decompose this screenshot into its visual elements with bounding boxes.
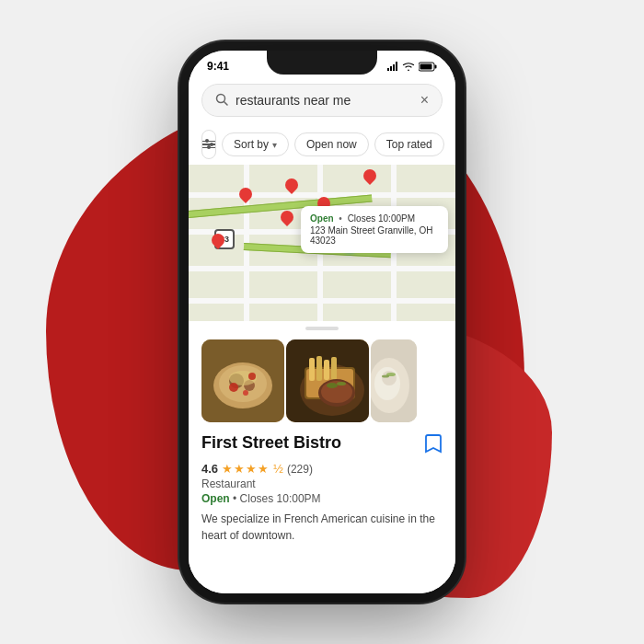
svg-rect-5 [435,64,437,68]
svg-point-15 [229,383,238,392]
tooltip-open-label: Open [310,213,334,224]
signal-icon [387,62,398,71]
map-pin-5[interactable] [212,234,224,250]
wifi-icon [402,62,415,71]
bookmark-button[interactable] [424,433,443,458]
svg-rect-3 [396,62,397,71]
svg-line-8 [224,101,228,105]
map-area[interactable]: 33 [189,165,455,321]
sort-by-arrow: ▾ [272,140,277,150]
restaurant-name: First Street Bistro [201,433,341,453]
map-pin-head-2 [282,176,301,194]
rating-number: 4.6 [201,462,218,476]
battery-icon [419,62,437,72]
svg-rect-22 [309,358,315,381]
search-input-row[interactable]: restaurants near me × [201,84,443,117]
svg-rect-23 [316,356,322,381]
svg-rect-0 [387,68,389,71]
status-icons [387,62,437,72]
restaurant-description: We specialize in French American cuisine… [201,511,443,544]
restaurant-category: Restaurant [201,477,443,490]
phone-content: restaurants near me × Sort by ▾ [189,76,455,593]
search-bar-container: restaurants near me × [189,76,455,124]
top-rated-label: Top rated [386,138,432,151]
status-time: 9:41 [207,60,229,73]
svg-rect-25 [331,357,337,380]
svg-point-29 [337,382,346,385]
slider-line-1 [202,141,215,143]
phone-wrapper: 9:41 [189,51,455,593]
slider-line-3 [202,147,215,149]
svg-rect-1 [390,66,392,71]
close-detail: • Closes 10:00PM [233,492,321,505]
svg-point-35 [382,375,389,378]
svg-rect-24 [324,360,329,380]
open-text: Open [201,492,230,505]
map-pin-head-5 [209,231,227,249]
restaurant-info: First Street Bistro 4.6 ★★★★ ½ (229) [189,430,455,558]
rating-row: 4.6 ★★★★ ½ (229) [201,462,443,476]
svg-rect-6 [420,63,432,69]
food-photo-2[interactable] [286,339,369,422]
map-pin-head-6 [361,167,379,185]
map-pin-head-1 [236,185,255,203]
map-pin-1[interactable] [239,188,252,204]
drag-bar [305,327,339,330]
sliders-icon [202,141,215,149]
filter-row: Sort by ▾ Open now Top rated [189,124,455,165]
open-status: Open • Closes 10:00PM [201,492,443,505]
svg-point-17 [243,390,248,396]
sort-by-chip[interactable]: Sort by ▾ [222,132,289,156]
sort-by-label: Sort by [234,138,269,151]
search-icon [215,93,228,109]
filter-icon-button[interactable] [201,130,216,159]
top-rated-chip[interactable]: Top rated [374,132,444,156]
map-pin-head-4 [278,208,296,226]
restaurant-section: First Street Bistro 4.6 ★★★★ ½ (229) [189,332,455,593]
drag-handle[interactable] [189,321,455,332]
map-pin-6[interactable] [363,169,376,186]
photo-strip [189,332,455,430]
food-photo-3[interactable] [371,339,417,422]
svg-rect-2 [393,64,395,71]
search-query-text: restaurants near me [236,93,420,108]
tooltip-dot: • [339,213,342,224]
phone-shell: 9:41 [189,51,455,593]
tooltip-closes-label: Closes 10:00PM [348,213,415,224]
food-photo-1[interactable] [201,339,284,422]
open-now-chip[interactable]: Open now [294,132,369,156]
star-half: ½ [273,462,283,476]
svg-point-16 [248,373,256,380]
phone-notch [267,51,377,75]
open-now-label: Open now [306,138,357,151]
map-pin-4[interactable] [281,211,293,227]
tooltip-address: 123 Main Street Granville, OH 43023 [310,225,439,246]
restaurant-name-row: First Street Bistro [201,433,443,458]
review-count: (229) [287,463,313,476]
tooltip-status-row: Open • Closes 10:00PM [310,213,439,224]
map-tooltip: Open • Closes 10:00PM 123 Main Street Gr… [301,206,448,253]
stars-full: ★★★★ [222,462,270,476]
search-clear-button[interactable]: × [420,92,429,109]
svg-point-28 [327,383,338,388]
map-pin-2[interactable] [285,178,298,195]
